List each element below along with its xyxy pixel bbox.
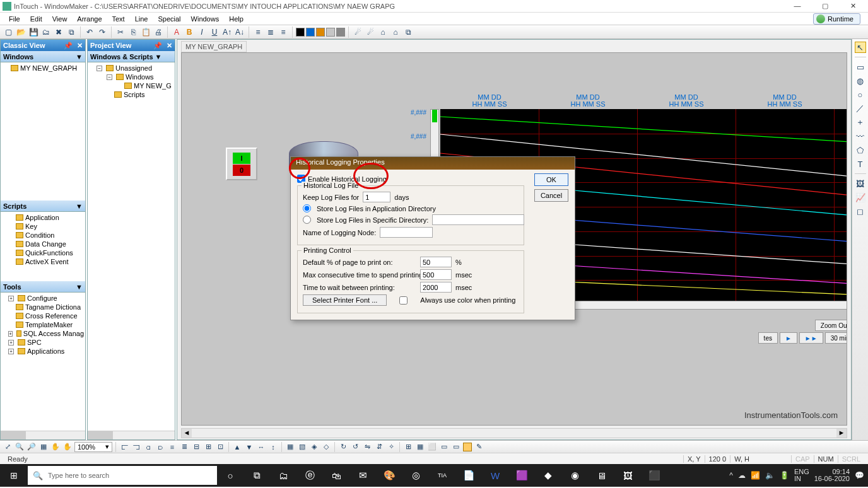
- trend-play-icon[interactable]: ►: [780, 332, 797, 344]
- tb-align-center-icon[interactable]: ≣: [265, 26, 276, 38]
- close-button[interactable]: ✕: [844, 2, 862, 10]
- keep-days-input[interactable]: [363, 192, 390, 202]
- store-appdir-radio[interactable]: [303, 204, 311, 212]
- close-icon[interactable]: ✕: [77, 42, 83, 50]
- tb-font-a1[interactable]: A: [171, 26, 182, 38]
- explorer-icon[interactable]: 🗂: [270, 464, 296, 487]
- ft-snap-icon[interactable]: ⊞: [403, 442, 413, 452]
- rectangle-tool-icon[interactable]: ▭: [855, 61, 866, 73]
- tb-undo-icon[interactable]: ↶: [84, 26, 95, 38]
- logging-node-input[interactable]: [380, 227, 433, 238]
- script-item-datachange[interactable]: Data Change: [2, 240, 84, 248]
- tb-tag-icon[interactable]: ⌂: [377, 26, 389, 38]
- tool-templatemaker[interactable]: TemplateMaker: [2, 320, 84, 329]
- tb-copy-icon[interactable]: ⎘: [127, 26, 139, 38]
- menu-text[interactable]: Text: [107, 14, 130, 24]
- tb-fill-color[interactable]: [306, 28, 315, 37]
- app2-icon[interactable]: ◆: [535, 464, 561, 487]
- tree-item-window[interactable]: MY NEW_GRAPH: [2, 64, 84, 73]
- ft-reshape-icon[interactable]: ✧: [386, 442, 396, 452]
- always-color-checkbox[interactable]: [399, 296, 408, 305]
- tool-crossref[interactable]: Cross Reference: [2, 311, 84, 320]
- ft-rotate-ccw-icon[interactable]: ↺: [350, 442, 360, 452]
- pct-input[interactable]: [420, 257, 452, 267]
- menu-special[interactable]: Special: [153, 14, 185, 24]
- tray-volume-icon[interactable]: 🔈: [765, 471, 775, 480]
- tray-battery-icon[interactable]: 🔋: [780, 471, 789, 480]
- expand-icon[interactable]: +: [8, 331, 13, 337]
- ft-align9-icon[interactable]: ⊡: [215, 442, 225, 452]
- switch-object[interactable]: I 0: [226, 148, 257, 180]
- tree-item-scripts-folder[interactable]: Scripts: [89, 90, 173, 99]
- expand-icon[interactable]: +: [8, 296, 14, 301]
- ft-align4-icon[interactable]: ⫐: [155, 442, 165, 452]
- pane-scrollbar[interactable]: [88, 431, 175, 439]
- ft-more2-icon[interactable]: ▭: [451, 442, 461, 452]
- ft-more-icon[interactable]: ▭: [439, 442, 449, 452]
- menu-view[interactable]: View: [47, 14, 73, 24]
- ft-symbol-icon[interactable]: ◈: [309, 442, 319, 452]
- text-tool-icon[interactable]: T: [855, 158, 866, 170]
- tool-applications[interactable]: +Applications: [2, 347, 84, 356]
- ft-zoom-out-icon[interactable]: 🔎: [26, 442, 37, 452]
- taskbar-search[interactable]: 🔍 Type here to search: [28, 466, 217, 485]
- collapse-icon[interactable]: −: [97, 66, 102, 71]
- tool-configure[interactable]: +Configure: [2, 294, 84, 303]
- trend-fwd-icon[interactable]: ►►: [799, 332, 823, 344]
- edge-icon[interactable]: ⓔ: [296, 464, 323, 487]
- misc-icon[interactable]: ⬛: [641, 464, 667, 487]
- ft-color-icon[interactable]: [463, 443, 472, 451]
- maximize-button[interactable]: ▢: [816, 2, 834, 10]
- ft-hand-icon[interactable]: ✋: [62, 442, 73, 452]
- runtime-button[interactable]: Runtime: [813, 13, 860, 25]
- tb-dup-icon[interactable]: ⧉: [66, 26, 77, 38]
- scroll-left-icon[interactable]: ◄: [182, 429, 192, 438]
- line-tool-icon[interactable]: ／: [855, 103, 866, 114]
- teamviewer-icon[interactable]: ◉: [561, 464, 588, 487]
- ft-flip-v-icon[interactable]: ⇵: [374, 442, 384, 452]
- tb-print-icon[interactable]: 🖨: [153, 26, 164, 38]
- collapse-icon[interactable]: −: [107, 74, 112, 80]
- ft-zoom-in-icon[interactable]: 🔍: [15, 442, 25, 452]
- tray-clock[interactable]: 09:1416-06-2020: [814, 468, 850, 482]
- trend-tes-button[interactable]: tes: [758, 332, 778, 344]
- tb-redo-icon[interactable]: ↷: [97, 26, 108, 38]
- tb-paste-icon[interactable]: 📋: [140, 26, 151, 38]
- ft-ungroup-icon[interactable]: ▧: [297, 442, 307, 452]
- ok-button[interactable]: OK: [534, 173, 568, 186]
- ft-back-icon[interactable]: ▼: [244, 442, 254, 452]
- tb-cut-icon[interactable]: ✂: [115, 26, 126, 38]
- polygon-tool-icon[interactable]: ⬠: [855, 144, 866, 156]
- tb-saveall-icon[interactable]: 🗂: [40, 26, 52, 38]
- max-time-input[interactable]: [420, 269, 452, 280]
- ft-zoom-area-icon[interactable]: ▦: [38, 442, 49, 452]
- notepad-icon[interactable]: 📄: [455, 464, 482, 487]
- tb-bold-icon[interactable]: B: [184, 26, 195, 38]
- windows-scripts-header[interactable]: Windows & Scripts ▼: [88, 51, 175, 62]
- taskview-icon[interactable]: ⧉: [243, 464, 270, 487]
- tb-line-color[interactable]: [296, 28, 305, 37]
- tb-wizard2-icon[interactable]: ☄: [365, 26, 376, 38]
- tb-new-icon[interactable]: ▢: [3, 26, 14, 38]
- expand-icon[interactable]: +: [8, 349, 14, 354]
- scroll-right-icon[interactable]: ►: [836, 429, 847, 438]
- canvas-tab[interactable]: MY NEW_GRAPH: [181, 41, 247, 52]
- ft-align6-icon[interactable]: ≣: [179, 442, 189, 452]
- zoom-combo[interactable]: 100%▾: [74, 442, 112, 452]
- ft-align5-icon[interactable]: ≡: [167, 442, 177, 452]
- trend-tool-icon[interactable]: 📈: [855, 192, 866, 203]
- tb-italic-icon[interactable]: I: [196, 26, 208, 38]
- wm-icon[interactable]: 🖼: [614, 464, 641, 487]
- tree-item-window[interactable]: MY NEW_G: [89, 81, 173, 90]
- tray-notifications-icon[interactable]: 💬: [855, 471, 864, 480]
- tray-onedrive-icon[interactable]: ☁: [738, 471, 746, 480]
- ft-zoom-fit-icon[interactable]: ⤢: [3, 442, 13, 452]
- menu-edit[interactable]: Edit: [25, 14, 47, 24]
- app1-icon[interactable]: 🟪: [508, 464, 535, 487]
- word-icon[interactable]: W: [482, 464, 508, 487]
- script-item-activex[interactable]: ActiveX Event: [2, 257, 84, 266]
- ft-space-h-icon[interactable]: ↔: [256, 442, 266, 452]
- close-icon[interactable]: ✕: [167, 42, 172, 50]
- tree-item-unassigned[interactable]: − Unassigned: [89, 64, 173, 73]
- bitmap-tool-icon[interactable]: 🖼: [855, 178, 866, 189]
